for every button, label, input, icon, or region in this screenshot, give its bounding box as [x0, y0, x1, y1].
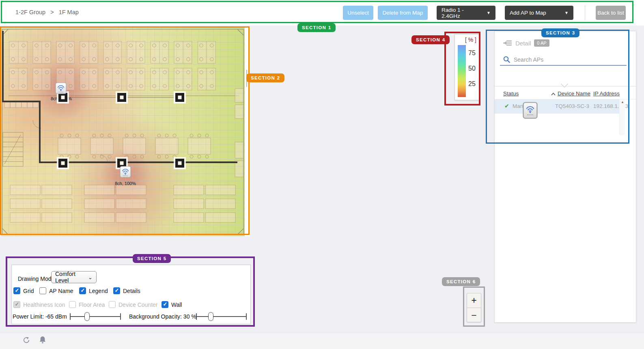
checkbox-box[interactable] — [39, 287, 46, 294]
section-4-badge: SECTION 4 — [411, 35, 450, 44]
top-toolbar: 1-2F Group > 1F Map Unselect Delete from… — [0, 0, 644, 26]
section-5-badge: SECTION 5 — [133, 254, 171, 263]
checkbox-label: Floor Area — [79, 302, 105, 308]
ap-icon-1[interactable] — [56, 83, 66, 94]
floor-map-canvas[interactable]: 8ch, 100% 8ch, 100% — [1, 28, 250, 236]
search-row — [503, 56, 603, 63]
section-1-badge: SECTION 1 — [297, 23, 336, 32]
managed-check-icon: ✔ — [504, 103, 509, 109]
slider-tick — [246, 313, 247, 320]
legend-unit-label: [ % ] — [465, 37, 476, 43]
slider-track[interactable] — [196, 316, 247, 317]
add-ap-value: Add AP to Map — [510, 10, 546, 16]
bottom-status-bar — [0, 333, 644, 349]
table-scrollbar[interactable]: ▲ — [619, 99, 625, 135]
checkbox-label: Device Counter — [118, 302, 158, 308]
checkbox-legend[interactable]: Legend — [79, 287, 108, 294]
checkbox-box[interactable] — [109, 301, 116, 308]
slider-tick — [120, 313, 121, 320]
map-zoom-controls: + − — [467, 293, 481, 322]
column-header-device-name[interactable]: Device Name — [558, 90, 590, 97]
drawing-mode-value: Comfort Level — [55, 271, 88, 284]
ap-drag-ghost-icon[interactable] — [523, 102, 538, 119]
checkbox-label: Legend — [89, 288, 108, 294]
bg-opacity-slider-handle[interactable] — [208, 312, 213, 321]
breadcrumb: 1-2F Group > 1F Map — [15, 9, 79, 15]
legend-tick-75: 75 — [468, 50, 476, 57]
checkbox-label: Grid — [23, 288, 34, 294]
power-limit-label: Power Limit: -65 dBm — [13, 313, 67, 320]
detail-header[interactable]: Detail 0 AP — [503, 39, 549, 47]
legend-gradient-bar — [458, 45, 466, 97]
heatmap-legend: [ % ] 75 50 25 — [454, 34, 479, 100]
ap2-label: 8ch, 100% — [115, 181, 136, 186]
checkbox-box[interactable] — [69, 301, 76, 308]
power-limit-slider[interactable] — [70, 313, 121, 320]
bg-opacity-slider[interactable] — [196, 313, 247, 320]
checkbox-box[interactable] — [113, 287, 120, 294]
zoom-out-button[interactable]: − — [467, 308, 481, 323]
search-input[interactable] — [514, 56, 603, 63]
section-3-badge: SECTION 3 — [541, 28, 579, 37]
checkbox-box[interactable] — [162, 301, 168, 308]
floor-map[interactable]: 8ch, 100% 8ch, 100% — [1, 28, 250, 236]
breadcrumb-page: 1F Map — [59, 9, 79, 15]
checkbox-label: Healthiness Icon — [23, 302, 65, 308]
ap-count-badge: 0 AP — [534, 39, 549, 47]
checkbox-healthiness-icon[interactable]: Healthiness Icon — [13, 301, 65, 308]
legend-tick-25: 25 — [468, 80, 476, 88]
ap-icon-2[interactable] — [120, 166, 131, 177]
breadcrumb-group[interactable]: 1-2F Group — [15, 9, 45, 15]
select-caret-icon: ⌄ — [88, 274, 93, 280]
checkbox-label: Details — [123, 288, 140, 294]
add-ap-to-map-dropdown[interactable]: Add AP to Map ▼ — [505, 6, 573, 20]
checkbox-box[interactable] — [13, 287, 20, 294]
search-underline — [500, 65, 627, 66]
map-grid — [1, 28, 245, 236]
detail-collapse-icon[interactable] — [503, 40, 512, 46]
slider-tick — [196, 313, 197, 320]
notification-bell-icon[interactable] — [39, 336, 46, 345]
section-6-badge: SECTION 6 — [442, 277, 480, 286]
legend-tick-50: 50 — [468, 65, 476, 72]
row-device-name: TQ5403-SC-3 — [555, 103, 589, 109]
toolbar-divider — [585, 5, 585, 20]
ap-table-row[interactable]: ✔ Managed TQ5403-SC-3 192.168.1.233 — [495, 99, 619, 114]
slider-track[interactable] — [70, 316, 121, 317]
search-icon — [503, 56, 510, 63]
dropdown-caret-icon: ▼ — [487, 11, 491, 15]
refresh-icon[interactable] — [22, 336, 30, 344]
unselect-button[interactable]: Unselect — [343, 6, 373, 20]
checkbox-label: Wall — [171, 302, 182, 308]
collapse-notch-icon[interactable] — [561, 84, 568, 88]
scroll-up-arrow[interactable]: ▲ — [620, 100, 625, 104]
bg-opacity-label: Background Opacity: 30 % — [129, 313, 196, 320]
back-to-list-button[interactable]: Back to list — [596, 6, 626, 20]
ap-list-panel — [494, 31, 636, 323]
slider-tick — [70, 313, 71, 320]
checkbox-floor-area[interactable]: Floor Area — [69, 301, 105, 308]
delete-from-map-button[interactable]: Delete from Map — [378, 6, 428, 20]
sort-ascending-icon[interactable] — [551, 93, 556, 96]
column-header-ip-address[interactable]: IP Address — [593, 90, 620, 97]
detail-label: Detail — [515, 40, 531, 47]
drawing-mode-label: Drawing Mode: — [18, 276, 56, 282]
checkbox-grid[interactable]: Grid — [13, 287, 34, 294]
checkbox-ap-name[interactable]: AP Name — [39, 287, 73, 294]
checkbox-details[interactable]: Details — [113, 287, 140, 294]
drawing-mode-select[interactable]: Comfort Level ⌄ — [51, 271, 97, 283]
breadcrumb-separator: > — [50, 9, 54, 15]
checkbox-box[interactable] — [13, 301, 20, 308]
zoom-in-button[interactable]: + — [467, 293, 481, 308]
section-2-badge: SECTION 2 — [246, 73, 284, 82]
checkbox-label: AP Name — [49, 288, 73, 294]
dropdown-caret-icon: ▼ — [564, 11, 569, 15]
column-header-status[interactable]: Status — [503, 90, 519, 97]
checkbox-device-counter[interactable]: Device Counter — [109, 301, 158, 308]
radio-select-dropdown[interactable]: Radio 1 - 2.4GHz ▼ — [437, 6, 495, 20]
checkbox-box[interactable] — [79, 287, 86, 294]
radio-select-value: Radio 1 - 2.4GHz — [442, 7, 482, 19]
power-limit-slider-handle[interactable] — [84, 312, 90, 321]
checkbox-wall[interactable]: Wall — [162, 301, 182, 308]
